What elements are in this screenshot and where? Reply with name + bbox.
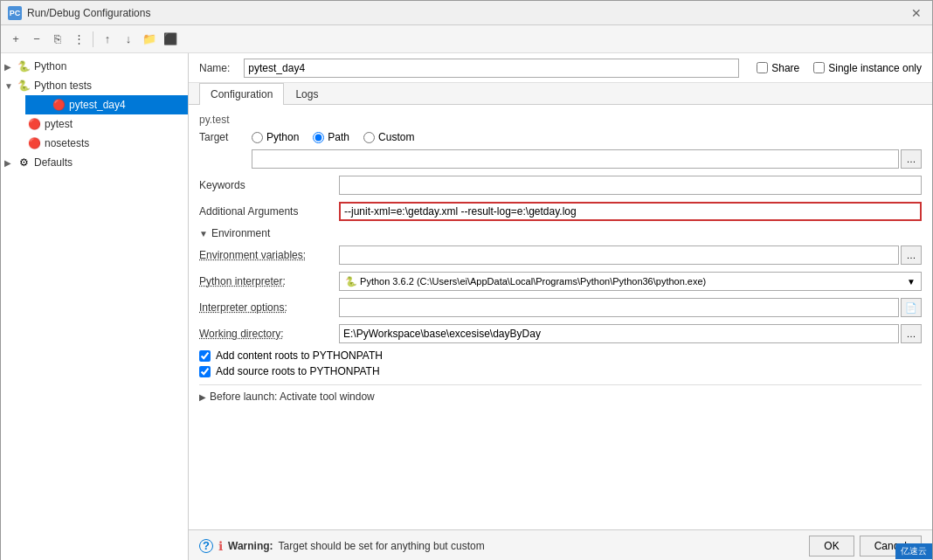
content-roots-checkbox[interactable] (199, 350, 211, 362)
tree-item-pytest-day4[interactable]: 🔴 pytest_day4 (25, 95, 188, 114)
radio-custom-label: Custom (378, 131, 414, 143)
remove-button[interactable]: − (27, 30, 46, 49)
watermark: 亿速云 (895, 543, 932, 559)
radio-python[interactable]: Python (252, 131, 299, 143)
path-browse-button[interactable]: … (901, 149, 922, 169)
env-vars-input[interactable] (339, 245, 899, 265)
pytest-day4-icon: 🔴 (52, 98, 66, 112)
tree-item-pytest[interactable]: 🔴 pytest (1, 114, 188, 134)
folder-button[interactable]: 📁 (140, 30, 159, 49)
keywords-label: Keywords (199, 179, 339, 191)
warning-text: ℹ Warning: Target should be set for anyt… (218, 539, 485, 553)
tree-item-python[interactable]: ▶ 🐍 Python (1, 57, 188, 76)
help-button[interactable]: ? (199, 539, 213, 553)
share-label: Share (771, 62, 799, 74)
warning-message: Target should be set for anything but cu… (279, 540, 485, 552)
tree-item-defaults[interactable]: ▶ ⚙ Defaults (1, 153, 188, 172)
radio-python-input[interactable] (252, 132, 263, 143)
tree-label-nosetests: nosetests (45, 137, 89, 149)
single-instance-label: Single instance only (828, 62, 922, 74)
interpreter-row: Python interpreter: 🐍 Python 3.6.2 (C:\U… (199, 271, 922, 292)
additional-args-label: Additional Arguments (199, 205, 339, 218)
single-instance-checkbox-input[interactable] (813, 62, 825, 73)
additional-args-input[interactable] (339, 202, 922, 221)
keywords-input[interactable] (339, 176, 922, 195)
radio-path[interactable]: Path (313, 131, 349, 143)
copy-button[interactable]: ⎘ (48, 30, 67, 49)
working-dir-input[interactable] (339, 324, 899, 343)
move-up-button[interactable]: ↑ (98, 30, 117, 49)
move-down-button[interactable]: ↓ (119, 30, 138, 49)
app-icon: PC (8, 6, 22, 20)
before-launch-toggle-icon: ▶ (199, 392, 206, 402)
name-label: Name: (199, 62, 230, 74)
python-tests-icon: 🐍 (17, 79, 31, 93)
share-checkbox[interactable]: Share (757, 62, 799, 74)
interpreter-options-input[interactable] (339, 298, 899, 317)
add-button[interactable]: + (6, 30, 25, 49)
name-input[interactable] (244, 59, 739, 78)
target-row: Target Python Path Custom (199, 131, 922, 143)
before-launch-section: ▶ Before launch: Activate tool window (199, 384, 922, 403)
title-text: Run/Debug Configurations (27, 7, 908, 19)
env-vars-button[interactable]: … (901, 245, 922, 265)
left-panel: ▶ 🐍 Python ▼ 🐍 Python tests 🔴 pytest_day… (1, 53, 189, 560)
defaults-icon: ⚙ (17, 156, 31, 169)
working-dir-label: Working directory: (199, 328, 339, 340)
tree-item-nosetests[interactable]: 🔴 nosetests (1, 134, 188, 153)
environment-section: ▼ Environment Environment variables: … P… (199, 227, 922, 377)
tab-logs[interactable]: Logs (284, 83, 329, 105)
name-bar: Name: Share Single instance only (189, 53, 932, 83)
source-roots-label: Add source roots to PYTHONPATH (216, 365, 380, 377)
before-launch-header[interactable]: ▶ Before launch: Activate tool window (199, 391, 922, 403)
test-runner-label: py.test (199, 114, 922, 126)
env-vars-row: Environment variables: … (199, 245, 922, 266)
tree-label-python-tests: Python tests (34, 80, 92, 92)
toggle-defaults: ▶ (4, 158, 17, 168)
tree-label-pytest-day4: pytest_day4 (69, 99, 126, 111)
tab-configuration[interactable]: Configuration (199, 83, 284, 105)
share-checkbox-input[interactable] (757, 62, 768, 73)
toolbar: + − ⎘ ⋮ ↑ ↓ 📁 ⬛ (1, 25, 932, 53)
close-button[interactable]: ✕ (908, 6, 925, 20)
content-roots-row: Add content roots to PYTHONPATH (199, 349, 922, 362)
additional-args-row: Additional Arguments (199, 201, 922, 222)
tree-label-pytest: pytest (45, 118, 73, 130)
single-instance-checkbox[interactable]: Single instance only (813, 62, 922, 74)
radio-custom-input[interactable] (363, 132, 375, 143)
pytest-icon: 🔴 (27, 117, 41, 131)
target-label: Target (199, 131, 252, 143)
source-roots-row: Add source roots to PYTHONPATH (199, 365, 922, 377)
ok-button[interactable]: OK (809, 536, 854, 557)
tree-label-python: Python (34, 60, 66, 73)
interpreter-select[interactable]: 🐍 Python 3.6.2 (C:\Users\ei\AppData\Loca… (339, 272, 922, 291)
radio-group: Python Path Custom (252, 131, 414, 143)
keywords-row: Keywords (199, 175, 922, 196)
source-roots-checkbox[interactable] (199, 366, 211, 377)
interpreter-options-row: Interpreter options: 📄 (199, 297, 922, 318)
toggle-python: ▶ (4, 62, 17, 72)
tree-item-python-tests[interactable]: ▼ 🐍 Python tests (1, 76, 188, 95)
more-button[interactable]: ⋮ (69, 30, 88, 49)
radio-path-input[interactable] (313, 132, 324, 143)
title-bar: PC Run/Debug Configurations ✕ (1, 1, 932, 25)
path-input[interactable] (252, 149, 899, 169)
interpreter-label: Python interpreter: (199, 275, 339, 287)
radio-custom[interactable]: Custom (363, 131, 414, 143)
working-dir-button[interactable]: … (901, 324, 922, 343)
radio-path-label: Path (328, 131, 349, 143)
env-toggle-icon: ▼ (199, 229, 208, 239)
tree-label-defaults: Defaults (34, 156, 73, 169)
before-launch-label: Before launch: Activate tool window (210, 391, 375, 403)
sort-button[interactable]: ⬛ (161, 30, 180, 49)
toolbar-separator (93, 31, 93, 47)
interpreter-options-button[interactable]: 📄 (901, 298, 922, 317)
environment-header[interactable]: ▼ Environment (199, 227, 922, 239)
interpreter-value: 🐍 Python 3.6.2 (C:\Users\ei\AppData\Loca… (345, 276, 706, 287)
warning-strong: Warning: (228, 540, 273, 552)
toggle-python-tests: ▼ (4, 81, 17, 91)
tabs: Configuration Logs (189, 83, 932, 105)
radio-python-label: Python (266, 131, 299, 143)
right-panel: Name: Share Single instance only Configu… (189, 53, 932, 560)
working-dir-row: Working directory: … (199, 323, 922, 344)
